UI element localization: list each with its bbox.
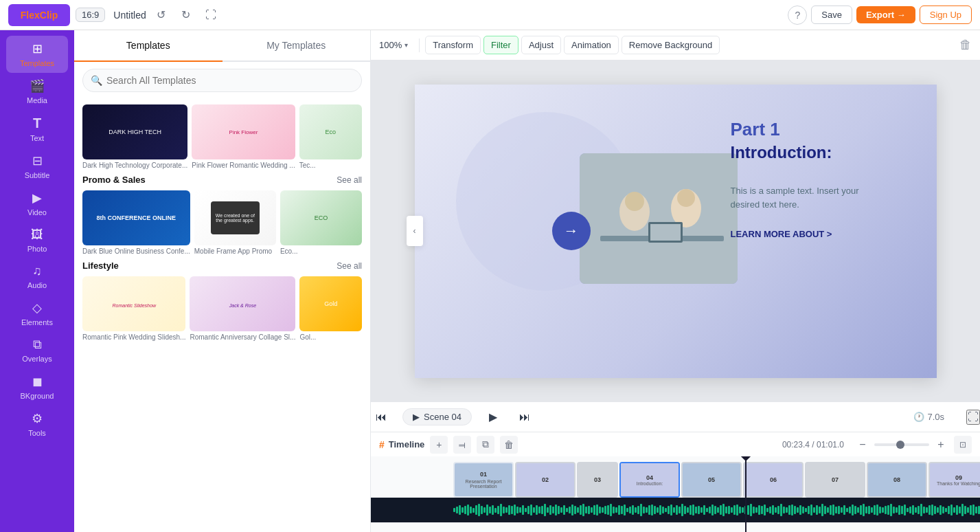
canvas-area: 100% ▾ Transform Filter Adjust Animation… xyxy=(371,30,980,532)
table-row[interactable]: 03 xyxy=(577,462,618,498)
search-bar: 🔍 xyxy=(74,62,370,99)
copy-button[interactable]: ⧉ xyxy=(477,436,494,454)
topbar-actions: ? Save Export → Sign Up xyxy=(788,5,972,25)
timeline-text: Timeline xyxy=(389,439,425,450)
table-row[interactable]: 05 xyxy=(681,462,742,498)
sidebar-item-bkground[interactable]: ◼ BKground xyxy=(6,368,68,406)
time-display: 🕐 7.0s xyxy=(913,412,944,422)
sidebar-item-audio[interactable]: ♫ Audio xyxy=(6,258,68,295)
table-row[interactable]: 02 xyxy=(515,462,576,498)
sidebar: ⊞ Templates 🎬 Media T Text ⊟ Subtitle ▶ … xyxy=(0,30,74,532)
promo-see-all[interactable]: See all xyxy=(337,175,362,185)
svg-rect-0 xyxy=(580,153,738,284)
zoom-arrow: ▾ xyxy=(404,41,408,49)
zoom-slider[interactable] xyxy=(874,443,929,446)
fit-button[interactable]: ⊡ xyxy=(954,436,972,454)
audio-icon: ♫ xyxy=(32,264,42,278)
sidebar-item-label: Audio xyxy=(27,281,47,289)
table-row[interactable]: 09 Thanks for Watching xyxy=(928,462,980,498)
template-label: Tec... xyxy=(299,162,362,169)
sidebar-item-tools[interactable]: ⚙ Tools xyxy=(6,406,68,443)
promo-template-grid: 8th CONFERENCE ONLINE Dark Blue Online B… xyxy=(82,190,362,255)
sidebar-item-label: Templates xyxy=(20,59,54,67)
list-item: Eco Tec... xyxy=(299,104,362,169)
preview-frame: → xyxy=(415,85,937,378)
svg-point-5 xyxy=(677,189,695,207)
expand-button[interactable]: ⛶ xyxy=(966,410,980,425)
redo-button[interactable]: ↻ xyxy=(176,5,196,25)
templates-panel: Templates My Templates 🔍 DARK HIGH TECH … xyxy=(74,30,371,532)
sidebar-item-photo[interactable]: 🖼 Photo xyxy=(6,222,68,258)
signup-button[interactable]: Sign Up xyxy=(920,5,972,24)
play-button[interactable]: ▶ xyxy=(483,407,503,428)
template-card[interactable]: Jack & Rose xyxy=(190,276,295,331)
sidebar-item-label: Photo xyxy=(27,245,47,253)
text-icon: T xyxy=(33,115,41,131)
toolbar-right: 🗑 xyxy=(959,38,972,52)
template-card[interactable]: Pink Flower xyxy=(192,104,295,159)
scene-badge: ▶ Scene 04 xyxy=(402,408,472,425)
template-card[interactable]: ECO xyxy=(280,190,362,245)
template-card[interactable]: Romantic Slideshow xyxy=(82,276,185,331)
delete-button[interactable]: 🗑 xyxy=(959,38,972,52)
sidebar-item-subtitle[interactable]: ⊟ Subtitle xyxy=(6,148,68,185)
search-icon: 🔍 xyxy=(91,75,102,86)
doc-title: Untitled xyxy=(113,10,146,21)
help-button[interactable]: ? xyxy=(788,5,807,25)
zoom-in-button[interactable]: + xyxy=(933,437,948,452)
delete-scene-button[interactable]: 🗑 xyxy=(500,436,518,454)
template-label: Romantic Pink Wedding Slidesh... xyxy=(82,333,185,341)
skip-forward-button[interactable]: ⏭ xyxy=(514,407,535,428)
search-input[interactable] xyxy=(82,69,362,92)
sidebar-item-elements[interactable]: ◇ Elements xyxy=(6,295,68,332)
animation-button[interactable]: Animation xyxy=(564,36,619,54)
sidebar-item-templates[interactable]: ⊞ Templates xyxy=(6,36,68,73)
template-label: Romantic Anniversary Collage Sl... xyxy=(190,333,295,341)
table-row[interactable]: 06 xyxy=(743,462,804,498)
elements-icon: ◇ xyxy=(32,300,42,315)
table-row[interactable]: 04 Introduction: xyxy=(619,462,680,498)
overlays-icon: ⧉ xyxy=(33,337,42,352)
template-card[interactable]: Gold xyxy=(299,276,362,331)
save-button[interactable]: Save xyxy=(811,5,852,24)
table-row[interactable]: 08 xyxy=(867,462,927,498)
sidebar-item-label: Video xyxy=(27,208,47,217)
export-button[interactable]: Export → xyxy=(856,6,915,23)
adjust-button[interactable]: Adjust xyxy=(521,36,561,54)
undo-button[interactable]: ↺ xyxy=(152,5,171,25)
skip-back-button[interactable]: ⏮ xyxy=(371,407,391,428)
transform-button[interactable]: Transform xyxy=(425,36,481,54)
sidebar-item-overlays[interactable]: ⧉ Overlays xyxy=(6,332,68,368)
template-card[interactable]: We created one of the greatest apps. xyxy=(194,190,276,245)
split-button[interactable]: ⫤ xyxy=(453,436,471,454)
template-label: Eco... xyxy=(280,247,362,255)
people-illustration xyxy=(580,153,738,284)
tab-my-templates[interactable]: My Templates xyxy=(223,30,371,62)
sidebar-item-label: Tools xyxy=(28,429,46,437)
add-scene-inline-button[interactable]: + xyxy=(430,436,448,454)
preview-play-button[interactable]: → xyxy=(552,212,591,250)
table-row[interactable]: 07 xyxy=(805,462,865,498)
template-card[interactable]: Eco xyxy=(299,104,362,159)
collapse-panel-button[interactable]: ‹ xyxy=(407,216,423,246)
sidebar-item-video[interactable]: ▶ Video xyxy=(6,185,68,222)
table-row[interactable]: 01 Research Report Presentation xyxy=(453,462,514,498)
tab-templates[interactable]: Templates xyxy=(74,30,223,62)
template-card[interactable]: DARK HIGH TECH xyxy=(82,104,187,159)
template-card[interactable]: 8th CONFERENCE ONLINE xyxy=(82,190,190,245)
svg-point-3 xyxy=(625,192,644,211)
preview-photo xyxy=(580,153,738,284)
sidebar-item-text[interactable]: T Text xyxy=(6,110,68,148)
arrow-icon: → xyxy=(564,222,579,240)
fullscreen-button[interactable]: ⛶ xyxy=(201,5,220,25)
templates-tabs: Templates My Templates xyxy=(74,30,370,62)
lifestyle-see-all[interactable]: See all xyxy=(337,261,362,271)
list-item: Romantic Slideshow Romantic Pink Wedding… xyxy=(82,276,185,341)
play-icon: ▶ xyxy=(413,412,420,422)
sidebar-item-media[interactable]: 🎬 Media xyxy=(6,73,68,110)
zoom-out-button[interactable]: − xyxy=(855,437,870,452)
remove-bg-button[interactable]: Remove Background xyxy=(622,36,720,54)
filter-button[interactable]: Filter xyxy=(483,36,519,54)
bkground-icon: ◼ xyxy=(32,374,43,389)
template-label: Gol... xyxy=(299,333,362,341)
